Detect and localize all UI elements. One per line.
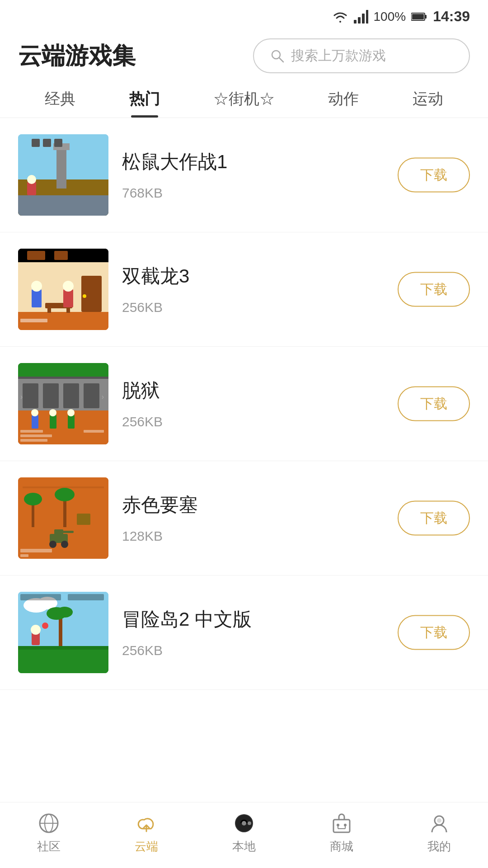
svg-rect-52: [20, 439, 47, 442]
svg-rect-33: [20, 319, 47, 322]
svg-rect-46: [50, 415, 56, 429]
nav-item-community[interactable]: 社区: [37, 811, 61, 854]
download-btn-2[interactable]: 下载: [398, 272, 470, 307]
svg-rect-51: [20, 434, 52, 437]
game-thumb-3[interactable]: › ›: [18, 363, 108, 444]
game-item-1: 松鼠大作战1768KB下载: [0, 118, 488, 232]
svg-rect-31: [63, 289, 73, 307]
svg-point-57: [24, 493, 42, 505]
svg-rect-71: [20, 594, 61, 600]
game-thumb-4[interactable]: [18, 477, 108, 559]
svg-rect-63: [62, 531, 74, 533]
svg-rect-44: [32, 415, 38, 429]
download-btn-5[interactable]: 下载: [398, 615, 470, 650]
svg-rect-35: [18, 377, 108, 379]
bottom-nav: 社区云端本地商城我的: [0, 802, 488, 868]
signal-icon: [354, 10, 368, 24]
app-title: 云端游戏集: [18, 40, 136, 72]
svg-point-75: [56, 607, 73, 618]
svg-rect-80: [18, 646, 108, 650]
header: 云端游戏集 搜索上万款游戏: [0, 29, 488, 84]
svg-rect-5: [412, 14, 424, 19]
nav-label-local: 本地: [232, 839, 256, 854]
game-thumb-2[interactable]: [18, 249, 108, 330]
svg-point-87: [248, 821, 251, 825]
game-thumb-1[interactable]: [18, 134, 108, 216]
tab-action[interactable]: 动作: [328, 89, 359, 118]
svg-point-32: [63, 281, 74, 292]
status-icons: 100% 14:39: [332, 8, 470, 25]
nav-item-mine[interactable]: 我的: [427, 811, 451, 854]
svg-point-30: [31, 281, 42, 292]
svg-rect-72: [68, 594, 104, 600]
game-item-5: 冒险岛2 中文版256KB下载: [0, 576, 488, 690]
game-item-2: 双截龙3256KB下载: [0, 232, 488, 347]
download-btn-1[interactable]: 下载: [398, 158, 470, 193]
svg-rect-2: [362, 14, 365, 24]
category-tabs: 经典热门☆街机☆动作运动: [0, 84, 488, 118]
svg-point-86: [242, 821, 246, 826]
svg-rect-76: [18, 646, 108, 673]
nav-item-local[interactable]: 本地: [232, 811, 256, 854]
planet-icon: [37, 811, 61, 835]
svg-rect-50: [20, 430, 43, 433]
svg-rect-37: [23, 383, 38, 408]
tab-arcade[interactable]: ☆街机☆: [213, 89, 275, 118]
svg-point-25: [83, 294, 86, 298]
svg-rect-24: [81, 276, 102, 312]
battery-text: 100%: [374, 9, 406, 24]
tab-classic[interactable]: 经典: [45, 89, 75, 118]
svg-text:›: ›: [20, 393, 23, 401]
svg-rect-53: [84, 430, 104, 433]
svg-point-78: [31, 625, 41, 635]
svg-rect-38: [43, 383, 59, 408]
download-btn-3[interactable]: 下载: [398, 387, 470, 421]
svg-rect-28: [66, 308, 70, 313]
svg-point-64: [49, 541, 56, 548]
user-icon: [427, 811, 451, 835]
game-thumb-5[interactable]: [18, 592, 108, 673]
search-icon: [270, 49, 285, 63]
svg-point-47: [49, 409, 56, 416]
svg-point-45: [31, 409, 38, 416]
svg-rect-0: [354, 20, 357, 24]
nav-item-cloud[interactable]: 云端: [135, 811, 158, 854]
svg-rect-60: [77, 514, 90, 525]
svg-rect-14: [32, 139, 40, 147]
status-bar: 100% 14:39: [0, 0, 488, 29]
nav-item-store[interactable]: 商城: [330, 811, 353, 854]
svg-point-95: [437, 818, 441, 823]
svg-rect-66: [20, 549, 52, 552]
svg-rect-15: [43, 139, 51, 147]
game-item-3: › › 脱狱256KB下载: [0, 347, 488, 461]
wifi-icon: [332, 10, 348, 24]
svg-rect-11: [18, 195, 108, 216]
svg-rect-62: [54, 529, 63, 535]
svg-point-79: [42, 623, 48, 629]
gamepad-icon: [330, 811, 353, 835]
tab-sports[interactable]: 运动: [413, 89, 443, 118]
status-time: 14:39: [433, 8, 470, 25]
nav-label-mine: 我的: [427, 839, 451, 854]
game-list: 松鼠大作战1768KB下载 双截龙3256KB下载: [0, 118, 488, 690]
svg-rect-48: [68, 415, 75, 429]
nav-label-store: 商城: [330, 839, 353, 854]
search-bar[interactable]: 搜索上万款游戏: [253, 38, 470, 73]
svg-rect-39: [63, 383, 79, 408]
svg-rect-21: [54, 251, 68, 260]
svg-line-8: [279, 58, 283, 62]
battery-icon: [411, 12, 427, 21]
svg-point-65: [61, 541, 68, 548]
tab-hot[interactable]: 热门: [129, 89, 160, 118]
download-btn-4[interactable]: 下载: [398, 501, 470, 536]
svg-rect-67: [20, 554, 28, 557]
svg-rect-34: [18, 363, 108, 377]
svg-rect-27: [47, 308, 51, 313]
svg-point-18: [27, 175, 36, 184]
svg-text:›: ›: [102, 393, 104, 401]
svg-point-59: [55, 488, 75, 501]
svg-rect-6: [425, 15, 427, 19]
svg-rect-16: [54, 139, 62, 147]
nav-label-cloud: 云端: [135, 839, 158, 854]
svg-rect-3: [366, 10, 368, 24]
